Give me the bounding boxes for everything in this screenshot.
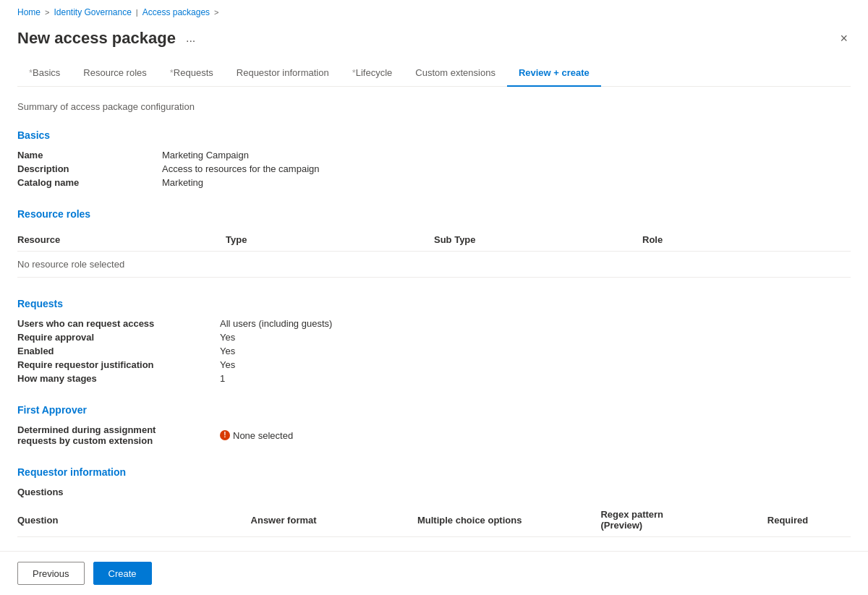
tab-basics[interactable]: *Basics xyxy=(17,60,72,87)
col-regex: Regex pattern(Preview) xyxy=(600,503,767,537)
tab-requestor-information[interactable]: Requestor information xyxy=(225,60,341,87)
requestor-info-heading: Requestor information xyxy=(17,466,851,478)
basics-catalog-row: Catalog name Marketing xyxy=(17,177,851,188)
req-users-label: Users who can request access xyxy=(17,318,220,329)
req-users-value: All users (including guests) xyxy=(220,318,851,329)
none-selected-text: None selected xyxy=(233,430,293,441)
breadcrumb-sep-2: > xyxy=(214,8,218,17)
breadcrumb-identity-governance[interactable]: Identity Governance xyxy=(54,7,131,17)
page-title: New access package xyxy=(17,29,176,48)
first-approver-row: Determined during assignmentrequests by … xyxy=(17,424,851,446)
req-stages-label: How many stages xyxy=(17,373,220,384)
resource-roles-heading: Resource roles xyxy=(17,208,851,220)
col-required: Required xyxy=(767,503,851,537)
basics-description-label: Description xyxy=(17,163,162,174)
col-header-resource: Resource xyxy=(17,228,226,252)
warning-icon: ! xyxy=(220,430,230,440)
first-approver-heading: First Approver xyxy=(17,404,851,416)
basics-section: Basics Name Marketing Campaign Descripti… xyxy=(17,129,851,188)
basics-description-value: Access to resources for the campaign xyxy=(162,163,320,174)
requests-heading: Requests xyxy=(17,298,851,309)
basics-name-label: Name xyxy=(17,150,162,160)
basics-catalog-label: Catalog name xyxy=(17,177,162,188)
questions-table: Question Answer format Multiple choice o… xyxy=(17,503,851,537)
req-approval-label: Require approval xyxy=(17,332,220,343)
req-justification-value: Yes xyxy=(220,359,851,370)
tab-review-create[interactable]: Review + create xyxy=(507,60,601,87)
col-question: Question xyxy=(17,503,251,537)
col-header-role: Role xyxy=(642,228,851,252)
col-header-subtype: Sub Type xyxy=(434,228,642,252)
req-approval-value: Yes xyxy=(220,332,851,343)
basics-heading: Basics xyxy=(17,129,851,141)
breadcrumb: Home > Identity Governance | Access pack… xyxy=(17,0,851,23)
breadcrumb-access-packages[interactable]: Access packages xyxy=(142,7,210,17)
first-approver-section: First Approver Determined during assignm… xyxy=(17,404,851,446)
tab-resource-roles[interactable]: Resource roles xyxy=(72,60,158,87)
questions-label: Questions xyxy=(17,487,851,497)
req-stages-value: 1 xyxy=(220,373,851,384)
close-icon[interactable]: × xyxy=(837,29,851,48)
first-approver-label: Determined during assignmentrequests by … xyxy=(17,424,220,446)
more-options-icon[interactable]: ... xyxy=(182,30,200,46)
resource-roles-table: Resource Type Sub Type Role No resource … xyxy=(17,228,851,278)
requestor-info-section: Requestor information Questions Question… xyxy=(17,466,851,537)
first-approver-value: ! None selected xyxy=(220,424,293,446)
title-row: New access package ... xyxy=(17,29,200,48)
previous-button[interactable]: Previous xyxy=(17,562,85,585)
basics-name-value: Marketing Campaign xyxy=(162,150,249,160)
tab-requests[interactable]: *Requests xyxy=(158,60,225,87)
req-enabled-value: Yes xyxy=(220,346,851,356)
col-header-type: Type xyxy=(226,228,434,252)
questions-table-header: Question Answer format Multiple choice o… xyxy=(17,503,851,537)
tab-lifecycle[interactable]: *Lifecycle xyxy=(341,60,404,87)
resource-table-header: Resource Type Sub Type Role xyxy=(17,228,851,252)
summary-subtitle: Summary of access package configuration xyxy=(17,101,851,112)
table-row-empty: No resource role selected xyxy=(17,252,851,278)
basics-description-row: Description Access to resources for the … xyxy=(17,163,851,174)
page-header: New access package ... × xyxy=(17,23,851,59)
tab-custom-extensions[interactable]: Custom extensions xyxy=(404,60,507,87)
bottom-bar: Previous Create xyxy=(0,551,868,595)
basics-catalog-value: Marketing xyxy=(162,177,203,188)
empty-message: No resource role selected xyxy=(17,252,851,278)
req-justification-label: Require requestor justification xyxy=(17,359,220,370)
req-enabled-label: Enabled xyxy=(17,346,220,356)
requests-section: Requests Users who can request access Al… xyxy=(17,298,851,384)
breadcrumb-home[interactable]: Home xyxy=(17,7,41,17)
basics-name-row: Name Marketing Campaign xyxy=(17,150,851,160)
breadcrumb-sep-1: > xyxy=(45,8,49,17)
create-button[interactable]: Create xyxy=(93,562,152,585)
requests-grid: Users who can request access All users (… xyxy=(17,318,851,384)
breadcrumb-pipe: | xyxy=(136,8,138,17)
resource-roles-section: Resource roles Resource Type Sub Type Ro… xyxy=(17,208,851,278)
col-answer-format: Answer format xyxy=(251,503,417,537)
tabs-container: *Basics Resource roles *Requests Request… xyxy=(17,59,851,87)
col-multiple-choice: Multiple choice options xyxy=(417,503,600,537)
